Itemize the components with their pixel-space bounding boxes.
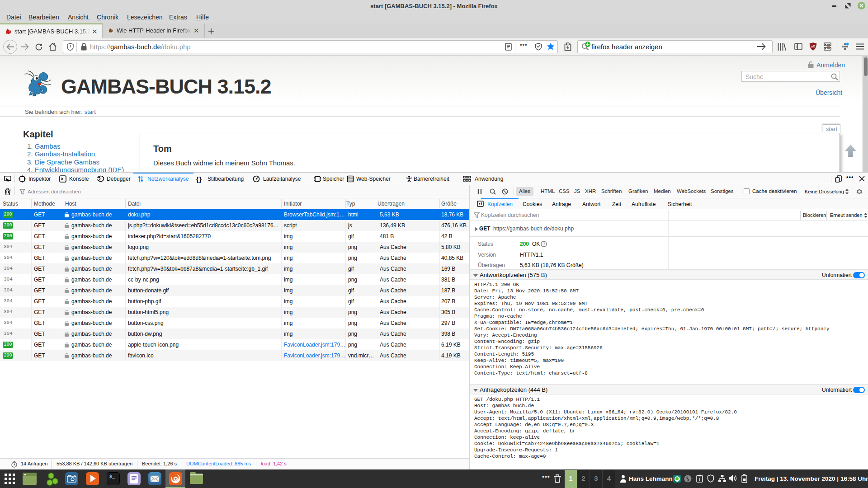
svg-text:!: ! [699,477,700,482]
svg-text:?: ? [542,242,545,246]
svg-text:uO: uO [811,45,816,48]
